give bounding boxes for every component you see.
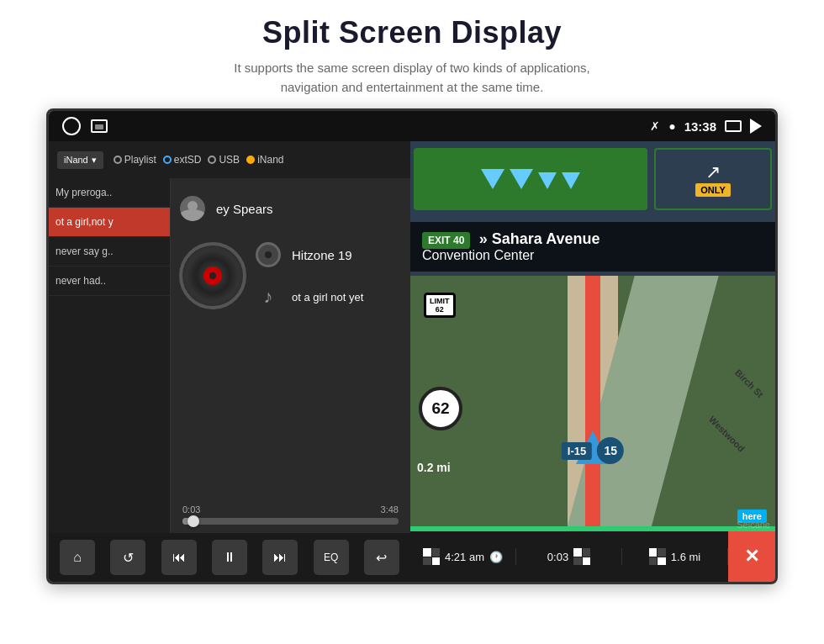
nav-clock-icon: 🕐: [489, 551, 503, 563]
only-label: ONLY: [695, 183, 731, 197]
album-row: Hitzone 19: [255, 238, 402, 272]
screen-icon: [725, 120, 742, 132]
track-title: ot a girl not yet: [292, 291, 363, 304]
arrow-down-1: [481, 169, 504, 189]
source-row: iNand ▾ Playlist extSD USB: [49, 141, 410, 178]
speed-sign: 62: [419, 387, 462, 430]
source-tabs: Playlist extSD USB iNand: [114, 154, 284, 166]
location-icon: ●: [668, 119, 675, 133]
vinyl-hole: [209, 272, 216, 279]
total-time: 3:48: [381, 504, 399, 515]
exit-badge: EXIT 40: [422, 232, 470, 249]
exit-destination: »: [479, 230, 492, 247]
tab-usb-label: USB: [219, 154, 240, 166]
highway-label: I-15: [562, 442, 592, 460]
nav-bottom-bar: 4:21 am 🕐 0:03: [410, 531, 775, 582]
arrow-down-3: [538, 172, 557, 189]
radio-dot-usb: [208, 156, 216, 164]
tab-playlist[interactable]: Playlist: [114, 154, 156, 166]
list-item-0[interactable]: My preroga..: [49, 178, 170, 208]
page-subtitle: It supports the same screen display of t…: [50, 59, 774, 97]
list-item-1[interactable]: ot a girl,not y: [49, 208, 170, 237]
artist-name: ey Spears: [216, 202, 273, 216]
person-icon: [179, 195, 206, 222]
close-icon: ✕: [744, 546, 759, 567]
circle-icon: [62, 117, 81, 135]
repeat-button[interactable]: ↺: [110, 540, 145, 575]
playlist-area: My preroga.. ot a girl,not y never say g…: [49, 178, 410, 533]
list-item-3[interactable]: never had..: [49, 267, 170, 296]
speed-limit-sign: LIMIT 62: [424, 293, 456, 318]
nav-close-button[interactable]: ✕: [728, 531, 775, 582]
album-name: Hitzone 19: [292, 248, 352, 262]
chess-icon-1: [423, 548, 440, 565]
bluetooth-icon: ✗: [650, 119, 660, 133]
highway-signs: [414, 148, 647, 210]
arrow-down-4: [562, 172, 580, 189]
page-title: Split Screen Display: [50, 15, 774, 50]
arrow-up-right-icon: ↗: [705, 161, 721, 183]
vinyl-area: [179, 242, 246, 309]
tab-usb[interactable]: USB: [208, 154, 240, 166]
split-content: iNand ▾ Playlist extSD USB: [49, 141, 775, 582]
progress-thumb[interactable]: [188, 515, 199, 527]
title-row: ♪ ot a girl not yet: [255, 280, 402, 314]
chess-icon-2: [573, 548, 590, 565]
progress-bar[interactable]: [182, 518, 399, 525]
road-label-birch: Birch St: [733, 367, 765, 399]
tab-playlist-label: Playlist: [124, 154, 156, 166]
pause-button[interactable]: ⏸: [212, 540, 247, 575]
status-bar: ✗ ● 13:38: [49, 111, 775, 141]
watermark: Seicane: [737, 520, 770, 530]
eq-button[interactable]: EQ: [314, 540, 349, 575]
note-icon: ♪: [255, 283, 282, 310]
artist-row: ey Spears: [179, 192, 402, 225]
status-time: 13:38: [684, 119, 716, 134]
track-info: ey Spears: [179, 192, 402, 318]
tab-extsd-label: extSD: [174, 154, 202, 166]
controls-bar: ⌂ ↺ ⏮ ⏸ ⏭ EQ ↩: [49, 533, 410, 582]
only-sign: ↗ ONLY: [654, 148, 772, 210]
progress-times: 0:03 3:48: [182, 504, 399, 515]
exit-sign: EXIT 40 » Sahara Avenue Convention Cente…: [410, 222, 775, 272]
playlist-sidebar: My preroga.. ot a girl,not y never say g…: [49, 178, 171, 533]
current-time: 0:03: [182, 504, 200, 515]
back-ctrl-button[interactable]: ↩: [364, 540, 399, 575]
exit-sub: Convention Center: [422, 248, 534, 262]
nav-arrival-time: 4:21 am: [445, 551, 484, 563]
progress-area: 0:03 3:48: [179, 504, 402, 525]
arrow-down-2: [510, 169, 533, 189]
device-frame: ✗ ● 13:38 iNand ▾ Playlist: [46, 108, 778, 584]
nav-distance-item: 1.6 mi: [622, 548, 728, 565]
highway-number: 15: [597, 437, 624, 464]
music-panel: iNand ▾ Playlist extSD USB: [49, 141, 410, 582]
radio-dot-inand: [246, 156, 255, 164]
nav-remaining-distance: 1.6 mi: [671, 551, 700, 563]
home-button[interactable]: ⌂: [60, 540, 95, 575]
source-label: iNand: [64, 155, 88, 165]
next-button[interactable]: ⏭: [262, 540, 298, 575]
radio-dot-extsd: [163, 156, 172, 164]
status-left: [62, 117, 108, 135]
source-dropdown[interactable]: iNand ▾: [57, 151, 103, 169]
nav-time-item: 4:21 am 🕐: [410, 548, 516, 565]
nav-duration: 0:03: [547, 551, 568, 563]
player-main: ey Spears: [171, 178, 410, 533]
radio-dot-playlist: [114, 156, 122, 164]
disc-icon: [255, 241, 282, 268]
chess-icon-3: [649, 548, 666, 565]
sign-arrows: [481, 169, 580, 189]
tab-extsd[interactable]: extSD: [163, 154, 202, 166]
highway-shield: I-15 15: [562, 437, 624, 464]
list-item-2[interactable]: never say g..: [49, 237, 170, 267]
distance-label: 0.2 mi: [417, 461, 451, 474]
image-icon: [91, 119, 108, 133]
chevron-down-icon: ▾: [92, 155, 97, 166]
nav-panel: ↗ ONLY EXIT 40 » Sahara Avenue Conventio…: [410, 141, 775, 582]
prev-button[interactable]: ⏮: [161, 540, 197, 575]
road-red: [585, 276, 600, 531]
map-body: LIMIT 62 I-15 15 62 Birch St Westwood he…: [410, 276, 775, 531]
tab-inand-label: iNand: [257, 154, 283, 166]
page-header: Split Screen Display It supports the sam…: [0, 0, 824, 108]
tab-inand[interactable]: iNand: [246, 154, 283, 166]
